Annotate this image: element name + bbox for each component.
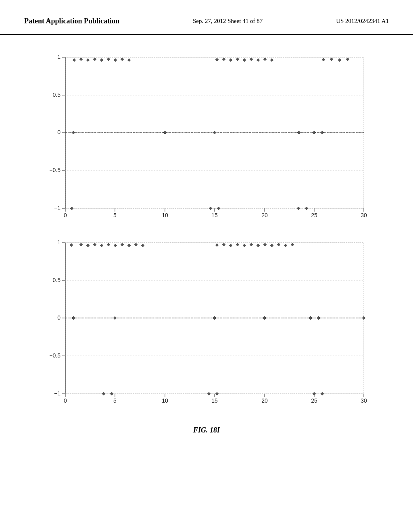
svg-marker-127 [102,392,105,395]
svg-marker-56 [213,131,216,134]
svg-marker-114 [263,243,267,246]
svg-marker-107 [215,243,219,247]
svg-marker-109 [229,244,232,247]
svg-marker-38 [121,58,124,61]
svg-marker-61 [209,207,212,210]
svg-marker-104 [127,244,131,247]
svg-marker-115 [270,244,273,247]
svg-text:10: 10 [162,212,168,218]
svg-text:0: 0 [57,129,60,135]
svg-marker-64 [305,207,308,210]
svg-marker-41 [222,58,225,61]
svg-text:0.5: 0.5 [53,277,61,283]
chart-1: 1 0.5 0 −0.5 −1 0 5 10 15 20 25 30 [41,51,372,220]
svg-marker-35 [100,58,103,62]
svg-text:−1: −1 [54,205,60,211]
svg-marker-99 [93,243,96,246]
svg-marker-132 [321,392,324,395]
svg-text:5: 5 [113,212,117,218]
page-header: Patent Application Publication Sep. 27, … [0,0,413,35]
svg-marker-116 [277,243,280,246]
svg-marker-49 [322,58,325,61]
svg-marker-97 [79,243,83,246]
svg-marker-51 [338,58,341,62]
figure-caption: FIG. 18I [193,426,220,434]
svg-marker-128 [110,392,113,395]
patent-number: US 2012/0242341 A1 [336,16,389,26]
svg-text:−0.5: −0.5 [49,352,60,359]
svg-marker-126 [362,316,365,320]
svg-marker-48 [270,58,273,62]
svg-marker-121 [113,316,117,320]
svg-marker-42 [229,58,232,62]
svg-text:−1: −1 [54,390,60,397]
svg-marker-60 [70,207,73,210]
charts-container: 1 0.5 0 −0.5 −1 0 5 10 15 20 25 30 [0,35,413,443]
svg-marker-123 [263,316,266,320]
svg-marker-37 [114,58,117,62]
svg-text:30: 30 [361,397,367,404]
svg-marker-62 [217,207,220,210]
svg-marker-57 [297,131,300,134]
svg-marker-47 [263,58,267,61]
svg-marker-98 [86,244,90,247]
svg-marker-117 [284,244,287,247]
svg-marker-54 [72,131,75,134]
svg-marker-39 [127,58,131,62]
svg-text:25: 25 [311,212,317,218]
svg-marker-122 [213,316,216,320]
svg-marker-96 [70,243,73,247]
svg-marker-32 [79,58,83,61]
svg-text:5: 5 [113,397,117,404]
svg-marker-112 [250,243,253,246]
svg-marker-113 [257,244,260,247]
svg-marker-63 [297,207,300,210]
svg-text:30: 30 [361,212,367,218]
svg-marker-31 [73,58,76,62]
svg-marker-52 [346,58,349,61]
svg-text:25: 25 [311,397,317,404]
svg-marker-129 [207,392,211,395]
svg-marker-40 [215,58,219,61]
svg-text:0: 0 [64,397,67,404]
svg-marker-120 [72,316,75,320]
svg-text:20: 20 [261,397,268,404]
svg-marker-58 [313,131,316,134]
svg-text:1: 1 [57,54,60,60]
svg-marker-43 [236,58,239,61]
svg-marker-50 [330,58,333,61]
svg-marker-36 [107,58,110,61]
svg-text:15: 15 [211,212,218,218]
svg-marker-34 [93,58,96,61]
svg-text:20: 20 [261,212,268,218]
svg-marker-55 [163,131,167,134]
svg-marker-111 [243,244,246,247]
svg-text:1: 1 [57,239,60,245]
svg-marker-106 [141,244,144,247]
svg-marker-46 [257,58,260,62]
svg-marker-33 [86,58,90,62]
svg-text:0: 0 [57,314,60,321]
svg-marker-124 [309,316,312,320]
svg-marker-131 [313,392,316,395]
svg-marker-100 [100,244,103,247]
publication-title: Patent Application Publication [24,16,119,26]
svg-marker-59 [321,131,324,134]
svg-text:0: 0 [64,212,67,218]
svg-marker-105 [134,243,138,246]
svg-marker-45 [250,58,253,61]
svg-marker-130 [215,392,219,395]
svg-marker-108 [222,243,225,246]
svg-marker-125 [317,316,320,320]
sheet-info: Sep. 27, 2012 Sheet 41 of 87 [193,16,263,26]
svg-marker-44 [243,58,246,62]
svg-text:0.5: 0.5 [53,91,61,98]
svg-text:15: 15 [211,397,218,404]
svg-marker-101 [107,243,110,246]
svg-marker-110 [236,243,239,246]
chart-2: 1 0.5 0 −0.5 −1 0 5 10 15 20 25 30 [41,237,372,406]
svg-text:10: 10 [162,397,168,404]
svg-marker-118 [291,243,294,246]
svg-marker-102 [114,244,117,247]
svg-marker-103 [121,243,124,246]
